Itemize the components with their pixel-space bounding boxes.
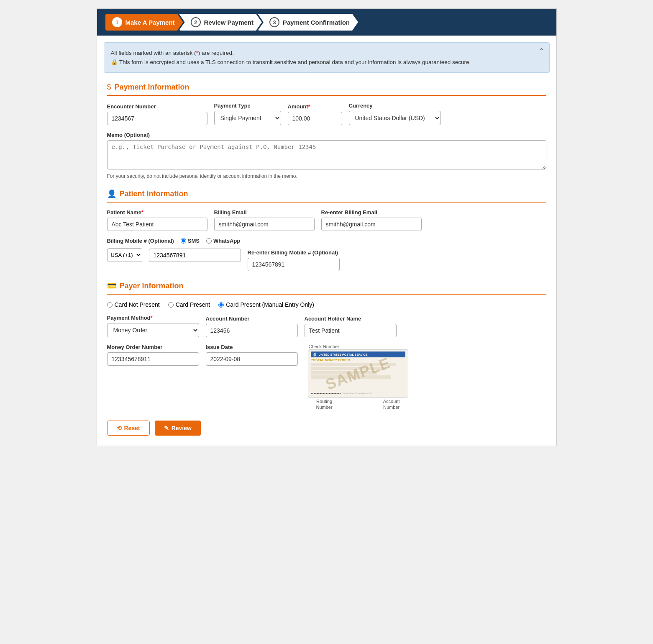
payment-method-label: Payment Method* <box>107 315 199 321</box>
payment-section-header: $ Payment Information <box>107 83 546 96</box>
amount-input[interactable] <box>288 112 342 125</box>
memo-row: Memo (Optional) For your security, do no… <box>107 132 546 179</box>
re-billing-email-label: Re-enter Billing Email <box>321 209 422 216</box>
step-1-num: 1 <box>112 17 122 27</box>
account-number-input[interactable] <box>206 324 298 337</box>
payer-section-title: Payer Information <box>120 282 184 290</box>
payer-type-radio-row: Card Not Present Card Present Card Prese… <box>107 301 546 308</box>
step-1[interactable]: 1 Make A Payment <box>105 14 183 31</box>
whatsapp-label: WhatsApp <box>213 238 240 244</box>
amount-label: Amount* <box>288 103 342 110</box>
mobile-input-row: USA (+1) <box>107 248 241 262</box>
step-2-label: Review Payment <box>204 19 254 26</box>
pmo-header: 🍵 UNITED STATES POSTAL SERVICE <box>311 352 405 357</box>
payment-method-row: Payment Method* Credit Card Debit Card C… <box>107 315 546 337</box>
billing-email-label: Billing Email <box>214 209 315 216</box>
card-icon: 💳 <box>107 281 116 290</box>
main-content: $ Payment Information Encounter Number P… <box>97 83 556 446</box>
card-present-option[interactable]: Card Present <box>168 301 210 308</box>
money-order-num-input[interactable] <box>107 352 199 366</box>
step-1-label: Make A Payment <box>125 19 175 26</box>
patient-name-label: Patient Name* <box>107 209 207 216</box>
pmo-usps-text: UNITED STATES POSTAL SERVICE <box>319 353 368 356</box>
country-select[interactable]: USA (+1) <box>108 249 142 262</box>
payer-section-header: 💳 Payer Information <box>107 281 546 295</box>
card-not-present-option[interactable]: Card Not Present <box>107 301 160 308</box>
patient-row-1: Patient Name* Billing Email Re-enter Bil… <box>107 209 546 231</box>
routing-number-label: RoutingNumber <box>316 398 333 411</box>
money-order-num-group: Money Order Number <box>107 344 199 366</box>
payment-section-title: Payment Information <box>115 83 189 92</box>
card-present-radio[interactable] <box>168 302 174 308</box>
re-billing-mobile-label: Re-enter Billing Mobile # (Optional) <box>248 249 340 256</box>
pmo-eagle-icon: 🍵 <box>312 352 317 357</box>
billing-mobile-group: Billing Mobile # (Optional) SMS WhatsApp… <box>107 238 241 262</box>
step-3[interactable]: 3 Payment Confirmation <box>258 14 358 31</box>
billing-email-input[interactable] <box>214 218 315 231</box>
payment-row-1: Encounter Number Payment Type Single Pay… <box>107 103 546 125</box>
money-order-row: Money Order Number Issue Date Check Numb… <box>107 344 546 411</box>
check-number-label: Check Number <box>309 344 408 349</box>
account-number-label: Account Number <box>206 316 298 322</box>
card-present-manual-label: Card Present (Manual Entry Only) <box>226 301 314 308</box>
account-number-label-check: AccountNumber <box>383 398 400 411</box>
security-notice: 🔒 This form is encrypted and uses a TLS … <box>111 58 543 67</box>
encounter-number-input[interactable] <box>107 112 207 125</box>
required-star: * <box>196 50 198 56</box>
page-wrapper: 1 Make A Payment 2 Review Payment 3 Paym… <box>97 8 557 446</box>
billing-mobile-input[interactable] <box>149 249 241 262</box>
card-present-manual-radio[interactable] <box>218 302 224 308</box>
account-holder-input[interactable] <box>305 324 397 337</box>
issue-date-input[interactable] <box>206 352 298 366</box>
account-holder-label: Account Holder Name <box>305 316 397 322</box>
re-billing-mobile-input[interactable] <box>248 258 340 271</box>
pmo-barcode: ●●●●●●●●●●●●●●●●●●●● ○○○○○○○○○○○○○○○○○○○… <box>311 391 405 395</box>
memo-group: Memo (Optional) For your security, do no… <box>107 132 546 179</box>
payment-type-select[interactable]: Single Payment Installment Payment <box>214 111 281 125</box>
whatsapp-radio[interactable] <box>206 238 212 244</box>
currency-group: Currency United States Dollar (USD) Cana… <box>349 103 441 125</box>
sms-option[interactable]: SMS <box>181 238 200 244</box>
review-button[interactable]: ✎ Review <box>155 421 201 436</box>
re-billing-email-group: Re-enter Billing Email <box>321 209 422 231</box>
encounter-number-group: Encounter Number <box>107 103 207 125</box>
patient-name-input[interactable] <box>107 218 207 231</box>
collapse-button[interactable]: ⌃ <box>539 47 544 55</box>
re-billing-email-input[interactable] <box>321 218 422 231</box>
payment-type-group: Payment Type Single Payment Installment … <box>214 103 281 125</box>
payment-type-label: Payment Type <box>214 103 281 109</box>
encounter-number-label: Encounter Number <box>107 103 207 110</box>
button-row: ⟲ Reset ✎ Review <box>107 421 546 436</box>
billing-mobile-label: Billing Mobile # (Optional) <box>107 238 174 244</box>
reset-button[interactable]: ⟲ Reset <box>107 421 150 436</box>
lock-icon: 🔒 <box>111 59 118 65</box>
payment-method-select[interactable]: Credit Card Debit Card Check Money Order… <box>107 323 199 337</box>
memo-label: Memo (Optional) <box>107 132 546 138</box>
patient-name-group: Patient Name* <box>107 209 207 231</box>
money-order-num-label: Money Order Number <box>107 344 199 350</box>
account-number-group: Account Number <box>206 316 298 337</box>
stepper-bar: 1 Make A Payment 2 Review Payment 3 Paym… <box>97 9 556 36</box>
currency-select[interactable]: United States Dollar (USD) Canadian Doll… <box>349 111 441 125</box>
mobile-row: Billing Mobile # (Optional) SMS WhatsApp… <box>107 238 546 271</box>
sms-radio[interactable] <box>181 238 186 244</box>
step-2[interactable]: 2 Review Payment <box>179 14 262 31</box>
issue-date-group: Issue Date <box>206 344 298 366</box>
card-present-label: Card Present <box>176 301 210 308</box>
card-present-manual-option[interactable]: Card Present (Manual Entry Only) <box>218 301 314 308</box>
step-3-num: 3 <box>269 17 279 27</box>
person-icon: 👤 <box>107 189 116 198</box>
currency-label: Currency <box>349 103 441 109</box>
memo-note: For your security, do not include person… <box>107 173 546 179</box>
pencil-icon: ✎ <box>164 425 169 431</box>
pmo-title: POSTAL MONEY ORDER <box>311 357 405 363</box>
whatsapp-option[interactable]: WhatsApp <box>206 238 240 244</box>
issue-date-label: Issue Date <box>206 344 298 350</box>
dollar-icon: $ <box>107 83 111 92</box>
card-not-present-radio[interactable] <box>107 302 113 308</box>
check-label-row: RoutingNumber AccountNumber <box>308 398 408 411</box>
required-notice: All fields marked with an asterisk (*) a… <box>111 49 543 58</box>
memo-textarea[interactable] <box>107 140 546 169</box>
postal-money-order-image: 🍵 UNITED STATES POSTAL SERVICE POSTAL MO… <box>308 349 408 398</box>
country-select-wrap: USA (+1) <box>107 248 142 262</box>
